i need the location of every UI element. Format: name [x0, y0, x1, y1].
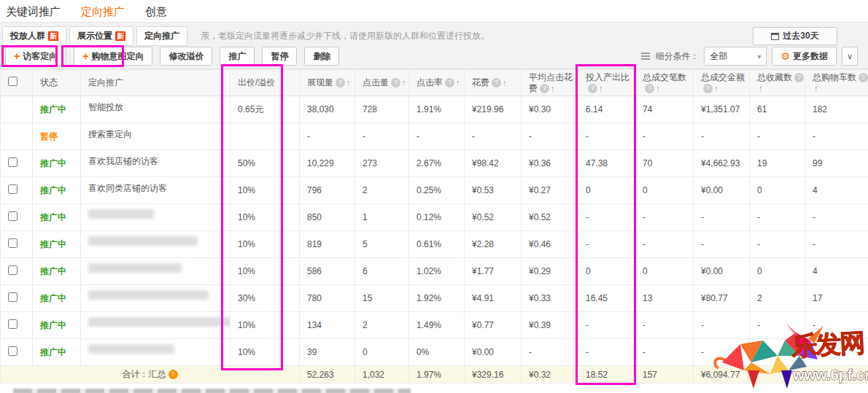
help-icon[interactable]: ? — [391, 78, 400, 87]
row-checkbox[interactable] — [8, 211, 18, 221]
row-checkbox[interactable] — [8, 319, 18, 329]
sort-arrow-icon[interactable]: ↑ — [759, 84, 763, 93]
column-header-13[interactable]: 总购物车数?↑ — [805, 70, 868, 96]
modify-premium-button[interactable]: 修改溢价 — [160, 47, 212, 66]
sort-arrow-icon[interactable]: ↑ — [714, 84, 718, 93]
control-panel: 投放人群 新 展示位置 新 定向推广 亲，老版定向流量将逐步减少并下线，请使用新… — [0, 22, 868, 69]
date-range-button[interactable]: 过去30天 — [753, 27, 837, 45]
metric-cell-7: ¥80.77 — [694, 285, 750, 312]
metric-cell-1: 2 — [355, 312, 409, 339]
sort-arrow-icon[interactable]: ↑ — [346, 78, 351, 87]
campaign-name-cell — [81, 285, 230, 312]
add-visitor-targeting-button[interactable]: + 访客定向 — [5, 47, 66, 66]
metric-cell-9: - — [805, 231, 868, 258]
row-checkbox[interactable] — [8, 157, 18, 167]
subtab-targeting[interactable]: 定向推广 — [136, 26, 187, 46]
pause-button[interactable]: 暂停 — [262, 47, 297, 66]
redacted-name — [88, 263, 182, 273]
subtab-placement-label: 展示位置 — [77, 30, 112, 42]
bid-cell: 10% — [230, 258, 300, 285]
metric-cell-2: - — [409, 123, 465, 150]
help-icon[interactable]: ? — [588, 84, 597, 93]
column-header-6[interactable]: 点击率?↑ — [409, 70, 465, 96]
campaign-name-cell — [81, 312, 230, 339]
sort-arrow-icon[interactable]: ↑ — [599, 84, 603, 93]
status-cell: 推广中 — [33, 339, 81, 366]
metric-cell-3: ¥2.28 — [465, 231, 522, 258]
sort-arrow-icon[interactable]: ↑ — [402, 78, 406, 87]
help-icon[interactable]: ? — [336, 78, 345, 87]
promote-button[interactable]: 推广 — [220, 47, 255, 66]
metric-cell-2: 1.91% — [409, 96, 465, 123]
metric-cell-8: 0 — [750, 177, 805, 204]
help-icon[interactable]: ? — [794, 73, 804, 82]
collapse-button[interactable]: ∨ — [842, 47, 858, 66]
totals-row: 合计：汇总?52,2631,0321.97%¥329.16¥0.3218.521… — [1, 366, 868, 384]
filter-select[interactable]: 全部 ▾ — [704, 47, 767, 66]
row-checkbox[interactable] — [8, 238, 18, 248]
column-header-8[interactable]: 平均点击花费?↑ — [522, 70, 578, 96]
help-icon[interactable]: ? — [168, 370, 178, 379]
add-shopping-intent-button[interactable]: + 购物意图定向 — [74, 47, 152, 66]
status-badge: 推广中 — [40, 239, 66, 249]
filter-selected-value: 全部 — [710, 50, 727, 63]
metric-cell-8: - — [750, 123, 805, 150]
row-checkbox[interactable] — [8, 184, 18, 194]
nav-tab-keyword[interactable]: 关键词推广 — [6, 5, 61, 23]
subtab-row: 投放人群 新 展示位置 新 定向推广 亲，老版定向流量将逐步减少并下线，请使用新… — [2, 26, 489, 46]
campaign-name-cell — [81, 204, 230, 231]
metric-cell-9: 17 — [805, 285, 868, 312]
sort-arrow-icon[interactable]: ↑ — [456, 78, 460, 87]
row-checkbox[interactable] — [8, 265, 18, 275]
bid-cell: 10% — [230, 231, 300, 258]
metric-cell-9: 4 — [805, 177, 868, 204]
row-checkbox[interactable] — [8, 292, 18, 302]
metric-cell-0: 850 — [300, 204, 355, 231]
metric-cell-7: - — [694, 312, 750, 339]
help-icon[interactable]: ? — [703, 84, 713, 93]
metric-cell-3: ¥219.96 — [465, 96, 522, 123]
status-cell: 推广中 — [33, 204, 81, 231]
subtab-audience[interactable]: 投放人群 新 — [2, 26, 66, 46]
nav-tab-creative[interactable]: 创意 — [145, 5, 167, 23]
metric-cell-1: 15 — [355, 285, 409, 312]
column-header-11[interactable]: 总成交金额?↑ — [694, 70, 750, 96]
column-header-7[interactable]: 花费?↑ — [465, 70, 522, 96]
redacted-name — [88, 209, 154, 219]
column-header-12[interactable]: 总收藏数?↑ — [750, 70, 805, 96]
status-badge: 推广中 — [40, 212, 66, 222]
campaign-name-cell — [81, 258, 230, 285]
help-icon[interactable]: ? — [859, 73, 868, 82]
select-all-checkbox[interactable] — [8, 77, 18, 86]
metric-cell-5: 47.38 — [578, 150, 635, 177]
help-icon[interactable]: ? — [445, 78, 454, 87]
sort-arrow-icon[interactable]: ↑ — [551, 84, 555, 93]
column-header-9[interactable]: 投入产出比?↑ — [578, 70, 635, 96]
table-row: 推广中喜欢同类店铺的访客10%79620.25%¥0.53¥0.2700¥0.0… — [1, 177, 868, 204]
status-cell: 推广中 — [33, 312, 81, 339]
column-header-0[interactable] — [1, 70, 33, 96]
checkbox-cell — [1, 285, 33, 312]
metric-cell-4: ¥0.39 — [522, 312, 578, 339]
help-icon[interactable]: ? — [492, 78, 501, 87]
metric-cell-6: 13 — [635, 285, 694, 312]
metric-cell-2: 0% — [409, 339, 465, 366]
delete-button[interactable]: 删除 — [304, 47, 339, 66]
metric-cell-3: ¥0.52 — [465, 204, 522, 231]
help-icon[interactable]: ? — [540, 84, 549, 93]
sort-arrow-icon[interactable]: ↑ — [814, 84, 818, 93]
checkbox-cell — [1, 96, 33, 123]
column-header-4[interactable]: 展现量?↑ — [300, 70, 355, 96]
row-checkbox[interactable] — [8, 346, 18, 356]
checkbox-cell — [1, 123, 33, 150]
column-header-10[interactable]: 总成交笔数?↑ — [635, 70, 694, 96]
subtab-placement[interactable]: 展示位置 新 — [69, 26, 133, 46]
help-icon[interactable]: ? — [645, 84, 654, 93]
column-header-5[interactable]: 点击量?↑ — [355, 70, 409, 96]
metric-cell-7: ¥0.00 — [694, 258, 750, 285]
more-data-button[interactable]: ⚙ 更多数据 — [772, 47, 837, 66]
sort-arrow-icon[interactable]: ↑ — [656, 84, 660, 93]
checkbox-cell — [1, 150, 33, 177]
sort-arrow-icon[interactable]: ↑ — [503, 78, 507, 87]
status-badge: 推广中 — [40, 158, 66, 168]
